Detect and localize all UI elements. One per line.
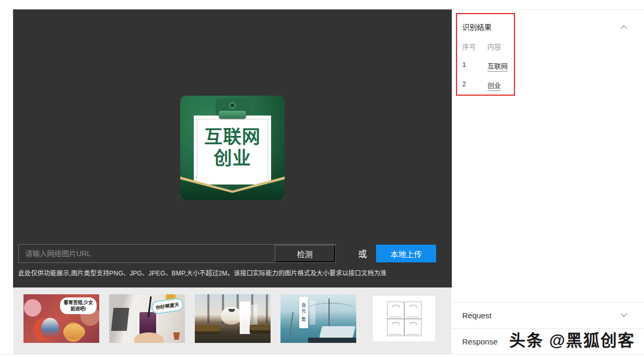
background-object [111,308,130,331]
detect-button[interactable]: 检测 [275,245,335,262]
plant-pot [172,332,181,340]
uploaded-image-preview: 互联网 创业 [180,96,285,200]
comic-cell [404,319,421,336]
table-row: 2 创业 [462,80,634,99]
preview-image-text: 互联网 创业 [180,126,285,169]
waiting-seats-left [195,325,220,331]
response-label: Response [462,337,498,346]
result-section-header[interactable]: 识别结果 [462,21,626,32]
boat-hull [308,338,356,343]
results-panel: 识别结果 序号 内容 1 互联网 2 创业 Request Response [452,9,644,354]
sample-thumbnail-seaside[interactable]: 食光·集 [280,294,356,343]
sample-thumbnails-strip: 春宵苦短,少女前进吧! 你好啊夏天 食光·集 [13,287,451,354]
vertical-text-card [240,302,250,334]
ocr-demo-page: 互联网 创业 检测 或 本地上传 此处仅供功能展示,图片类型支持PNG、JPG、… [0,0,644,357]
column-header-index: 序号 [462,41,487,51]
comic-paper [373,296,435,341]
comic-cell [404,302,421,319]
vertical-label-text: 食光·集 [299,297,308,328]
upload-helper-text: 此处仅供功能展示,图片类型支持PNG、JPG、JPEG、BMP,大小不超过2M。… [18,268,436,277]
result-section-title: 识别结果 [462,21,491,32]
comic-cell [387,319,404,336]
clipboard-clamp [219,111,246,119]
comic-cell [387,302,404,319]
sample-thumbnail-airplane[interactable] [195,294,271,343]
or-separator-text: 或 [349,247,376,260]
column-header-content: 内容 [487,41,501,51]
toy-figure-2 [63,324,85,340]
string-lights [307,303,355,316]
chevron-up-icon[interactable] [620,25,627,31]
preview-text-line2: 创业 [180,147,285,169]
recognized-word[interactable]: 创业 [487,80,501,91]
image-url-input[interactable] [19,245,275,262]
watermark-text: 头条 @黑狐创客 [509,327,635,351]
row-index: 2 [462,80,487,88]
hand [134,332,163,343]
comic-grid [387,302,421,336]
page-bottom-divider [0,354,644,354]
chevron-down-icon[interactable] [620,310,627,317]
result-table-header: 序号 内容 [462,41,634,61]
recognized-word[interactable]: 互联网 [487,61,508,72]
sample-thumbnail-comic[interactable] [366,294,442,343]
sample-thumbnail-smoothie[interactable]: 你好啊夏天 [109,294,185,343]
waiting-seats-right [250,325,271,330]
result-table: 序号 内容 1 互联网 2 创业 [462,41,634,99]
request-section-header[interactable]: Request [452,302,644,328]
boat-roof [319,326,355,338]
row-index: 1 [462,61,487,68]
request-label: Request [462,311,491,320]
clipboard-hole [229,102,236,109]
preview-text-line1: 互联网 [180,126,285,147]
table-row: 1 互联网 [462,61,634,80]
sample-thumbnail-toys[interactable]: 春宵苦短,少女前进吧! [24,294,99,343]
local-upload-button[interactable]: 本地上传 [376,245,436,262]
image-demo-panel: 互联网 创业 检测 或 本地上传 此处仅供功能展示,图片类型支持PNG、JPG、… [13,9,452,287]
speech-bubble-text: 你好啊夏天 [151,297,184,315]
url-input-group: 检测 [18,244,336,263]
boat-mast-2 [289,312,294,335]
speech-bubble-text: 春宵苦短,少女前进吧! [60,297,97,314]
toy-figure [41,318,59,339]
